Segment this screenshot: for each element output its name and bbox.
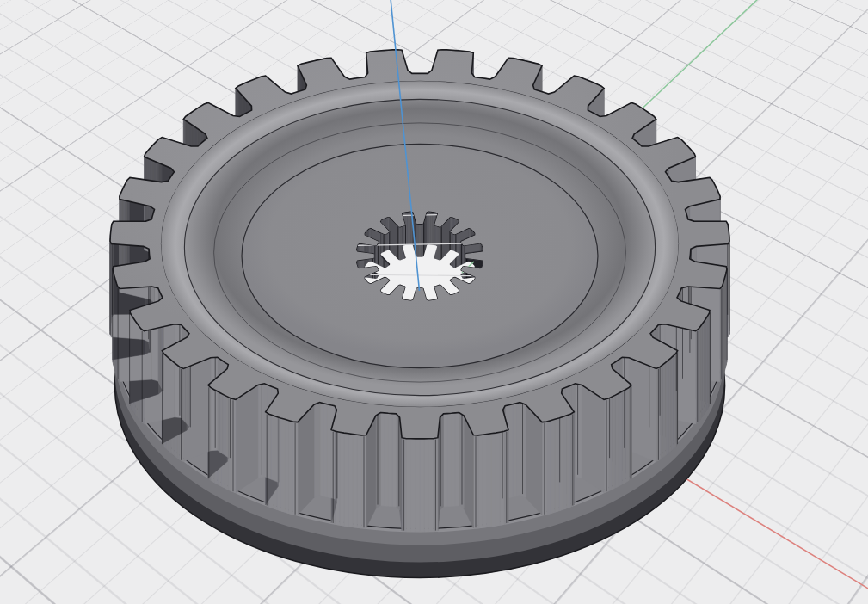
x-axis-line <box>660 463 868 589</box>
viewport-canvas[interactable] <box>0 0 868 604</box>
cad-viewport[interactable] <box>0 0 868 604</box>
y-axis-line <box>632 0 759 118</box>
gear-model[interactable] <box>110 50 729 578</box>
